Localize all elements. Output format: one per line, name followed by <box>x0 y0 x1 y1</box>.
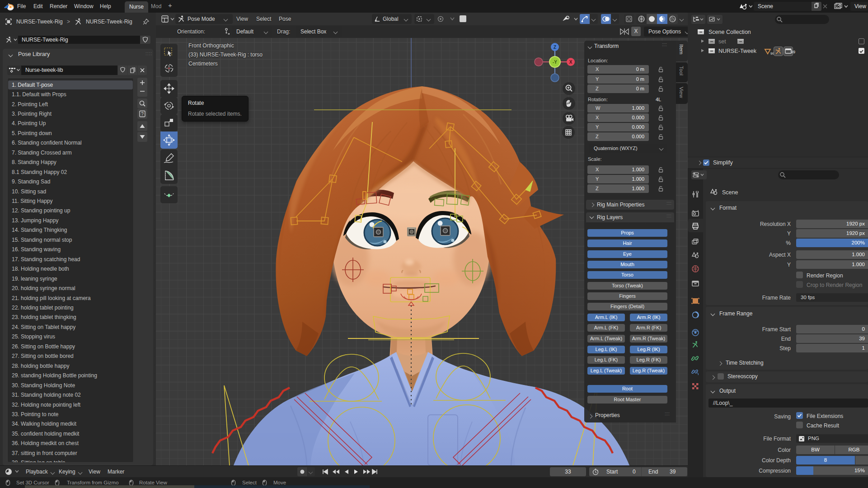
svg-text:-Y: -Y <box>553 60 557 65</box>
svg-text:X: X <box>569 60 572 65</box>
svg-text:Z: Z <box>554 45 556 50</box>
svg-text:?: ? <box>141 112 144 117</box>
